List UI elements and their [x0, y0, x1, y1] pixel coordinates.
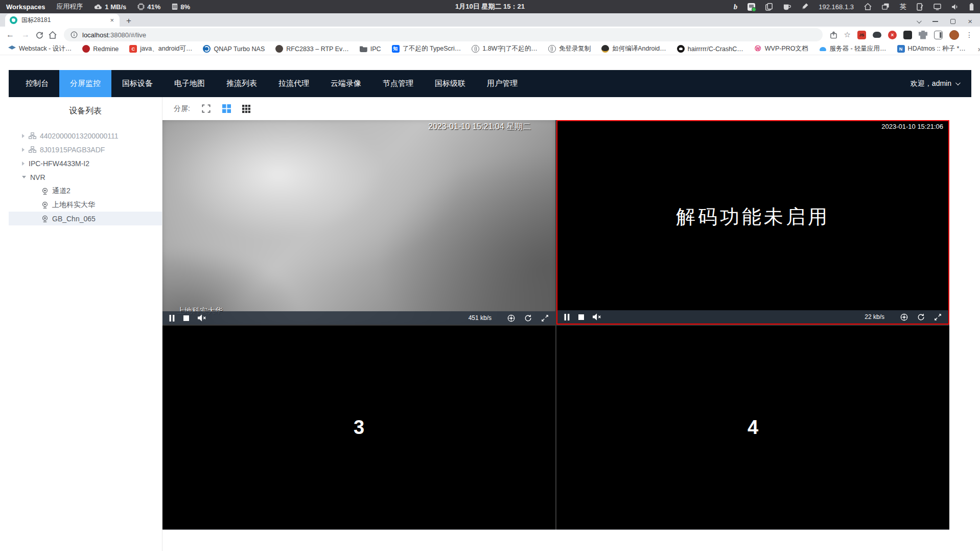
window-maximize-button[interactable] — [950, 19, 955, 24]
new-tab-button[interactable]: + — [126, 16, 131, 25]
stop-button[interactable] — [183, 315, 189, 321]
browser-tab[interactable]: 国标28181 × — [5, 14, 120, 27]
bookmark-redmine[interactable]: Redmine — [82, 45, 119, 53]
stop-button[interactable] — [578, 314, 584, 320]
video-cell-3[interactable]: 3 — [162, 326, 555, 530]
share-icon[interactable] — [830, 31, 837, 39]
bookmark-star-icon[interactable]: ☆ — [844, 30, 851, 39]
bookmark-hdatmos[interactable]: NHDAtmos :: 种子 *… — [897, 44, 966, 53]
window-minimize-button[interactable] — [932, 21, 938, 22]
bookmark-wvp-docs[interactable]: ⓌWVP-PRO文档 — [754, 44, 808, 53]
ip-address-indicator[interactable]: 192.168.1.3 — [819, 3, 854, 11]
caret-right-icon[interactable] — [22, 134, 25, 138]
bookmarks-overflow-icon[interactable]: » — [978, 45, 980, 53]
globe-icon — [548, 45, 556, 53]
refresh-icon[interactable] — [524, 314, 532, 322]
mute-icon[interactable] — [593, 313, 602, 320]
memory-icon — [172, 3, 178, 10]
nav-tab-split-monitor[interactable]: 分屏监控 — [59, 70, 111, 97]
video-cell-2[interactable]: 2023-01-10 15:21:06 解码功能未启用 22 kb/s — [556, 120, 949, 325]
split-2x2-button[interactable] — [222, 104, 231, 113]
expand-icon[interactable] — [541, 314, 549, 322]
tree-item-platform-2[interactable]: 8J01915PAGB3ADF — [9, 143, 162, 156]
tree-item-channel-2[interactable]: 上地科实大华 — [9, 198, 162, 212]
forward-button[interactable]: → — [20, 30, 31, 39]
workspaces-button[interactable]: Workspaces — [6, 3, 45, 11]
bing-tray-icon[interactable]: b — [734, 3, 738, 11]
nav-tab-cloud-record[interactable]: 云端录像 — [320, 70, 372, 97]
nav-tab-gb-devices[interactable]: 国标设备 — [111, 70, 164, 97]
tree-item-ipc-device[interactable]: IPC-HFW4433M-I2 — [9, 156, 162, 170]
back-button[interactable]: ← — [5, 30, 15, 39]
home-button[interactable] — [49, 31, 57, 39]
zhihu-icon: 知 — [392, 45, 400, 53]
bookmark-typescript[interactable]: 1.8W字|了不起的… — [472, 44, 537, 53]
bookmark-rfc2833[interactable]: RFC2833 – RTP Ev… — [275, 45, 349, 53]
reload-button[interactable] — [36, 31, 43, 39]
site-info-icon[interactable] — [71, 31, 78, 38]
home-tray-icon[interactable] — [864, 3, 872, 10]
fullscreen-button[interactable] — [201, 104, 211, 113]
mute-icon[interactable] — [198, 314, 207, 322]
extension-square-icon[interactable] — [903, 31, 912, 39]
bookmark-android[interactable]: 如何编译Android… — [601, 44, 666, 53]
bookmark-zhihu[interactable]: 知了不起的 TypeScri… — [392, 44, 461, 53]
user-menu[interactable]: 欢迎，admin — [911, 79, 971, 88]
bookmark-ipc-folder[interactable]: IPC — [360, 45, 381, 53]
caret-right-icon[interactable] — [22, 162, 25, 166]
split-3x3-button[interactable] — [242, 105, 250, 113]
extension-js-icon[interactable]: JS — [857, 31, 866, 39]
tree-item-platform-1[interactable]: 44020000013200000111 — [9, 129, 162, 143]
nav-tab-users[interactable]: 用户管理 — [476, 70, 528, 97]
side-panel-icon[interactable] — [934, 31, 943, 39]
battery-icon[interactable] — [969, 3, 974, 11]
refresh-icon[interactable] — [917, 313, 925, 321]
bookmark-copy[interactable]: 免登录复制 — [548, 44, 591, 53]
tab-search-icon[interactable] — [917, 18, 922, 24]
nav-tab-pull-proxy[interactable]: 拉流代理 — [268, 70, 320, 97]
windows-stack-icon[interactable] — [882, 3, 890, 10]
screenshot-app-tray-icon[interactable] — [748, 3, 755, 11]
tree-item-channel-1[interactable]: 通道2 — [9, 184, 162, 198]
expand-icon[interactable] — [934, 313, 942, 321]
url-text[interactable]: localhost:38080/#/live — [82, 31, 146, 39]
extension-mask-icon[interactable] — [873, 32, 881, 38]
caret-down-icon[interactable] — [22, 176, 26, 178]
tablet-icon[interactable] — [917, 3, 923, 11]
pause-button[interactable] — [169, 315, 175, 322]
address-bar[interactable]: localhost:38080/#/live — [64, 28, 823, 41]
bookmark-csdn[interactable]: Cjava、android可… — [129, 44, 192, 53]
pause-button[interactable] — [564, 314, 570, 320]
clock[interactable]: 1月10日 星期二 15：21 — [455, 2, 525, 11]
browser-menu-icon[interactable]: ⋮ — [966, 31, 973, 39]
extension-blocker-icon[interactable] — [888, 31, 897, 39]
nav-tab-cascade[interactable]: 国标级联 — [424, 70, 476, 97]
coffee-cup-icon[interactable] — [783, 4, 791, 10]
clipboard-icon[interactable] — [765, 3, 773, 11]
web-page: 控制台 分屏监控 国标设备 电子地图 推流列表 拉流代理 云端录像 节点管理 国… — [0, 55, 980, 551]
display-icon[interactable] — [934, 4, 941, 10]
nav-tab-nodes[interactable]: 节点管理 — [372, 70, 424, 97]
bookmark-github[interactable]: hairrrrr/C-CrashC… — [677, 45, 743, 53]
tree-item-channel-3-selected[interactable]: GB_Chn_065 — [9, 212, 162, 225]
tree-item-nvr-device[interactable]: NVR — [9, 170, 162, 184]
snapshot-icon[interactable] — [900, 313, 908, 321]
nav-tab-map[interactable]: 电子地图 — [164, 70, 216, 97]
bookmark-webstack[interactable]: Webstack - 设计… — [8, 44, 72, 53]
volume-icon[interactable] — [951, 4, 959, 10]
input-method-indicator[interactable]: 英 — [900, 2, 906, 11]
bookmark-qnap[interactable]: QNAP Turbo NAS — [203, 45, 265, 53]
nav-tab-console[interactable]: 控制台 — [15, 70, 59, 97]
tab-close-icon[interactable]: × — [109, 16, 115, 24]
snapshot-icon[interactable] — [507, 314, 515, 322]
profile-avatar[interactable] — [949, 30, 959, 40]
video-cell-4[interactable]: 4 — [556, 326, 949, 530]
caret-right-icon[interactable] — [22, 148, 25, 152]
bookmark-cloud-server[interactable]: 服务器 - 轻量应用… — [819, 44, 886, 53]
video-cell-1[interactable]: 2023-01-10 15:21:04 星期二 上地科实大华 451 kb/s — [162, 120, 555, 325]
extensions-puzzle-icon[interactable] — [919, 31, 927, 39]
applications-menu[interactable]: 应用程序 — [56, 2, 83, 11]
nav-tab-push-list[interactable]: 推流列表 — [216, 70, 268, 97]
pen-tool-icon[interactable] — [801, 3, 808, 10]
window-close-button[interactable]: × — [968, 19, 972, 24]
